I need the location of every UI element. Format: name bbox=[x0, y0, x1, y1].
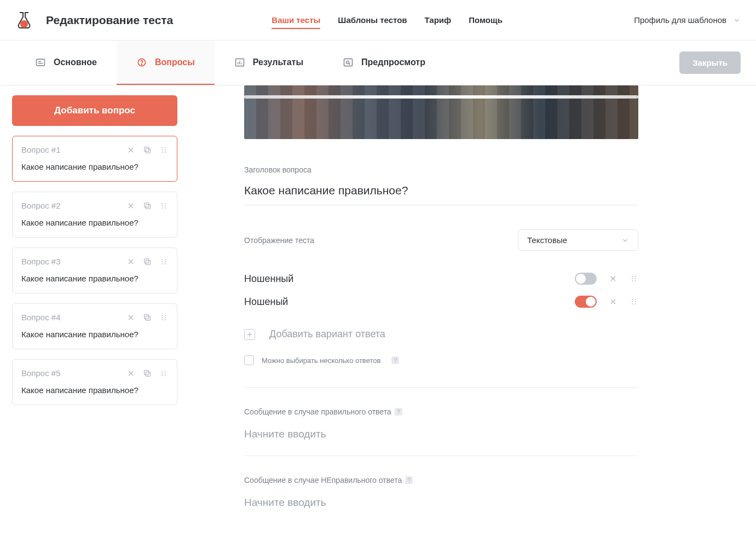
svg-rect-35 bbox=[146, 260, 150, 264]
svg-rect-55 bbox=[146, 372, 150, 376]
svg-rect-10 bbox=[344, 59, 353, 66]
svg-rect-45 bbox=[146, 316, 150, 320]
chevron-down-icon bbox=[621, 237, 629, 244]
question-text: Какое написание правильное? bbox=[21, 274, 168, 283]
svg-point-0 bbox=[20, 20, 28, 28]
svg-point-76 bbox=[635, 299, 636, 300]
drag-handle-icon[interactable] bbox=[159, 369, 168, 378]
question-text: Какое написание правильное? bbox=[21, 330, 168, 339]
svg-point-74 bbox=[632, 301, 633, 302]
svg-point-61 bbox=[165, 373, 166, 374]
close-icon[interactable] bbox=[126, 313, 135, 322]
question-card[interactable]: Вопрос #4 Какое написание правильное? bbox=[12, 303, 177, 349]
correct-toggle[interactable] bbox=[575, 273, 597, 285]
incorrect-msg-label: Сообщение в случае НЕправильного ответа bbox=[244, 476, 402, 485]
tab-preview-label: Предпросмотр bbox=[361, 57, 425, 67]
svg-point-39 bbox=[161, 263, 163, 264]
answer-text-input[interactable] bbox=[244, 273, 575, 285]
nav-test-templates[interactable]: Шаблоны тестов bbox=[338, 1, 407, 39]
question-number: Вопрос #2 bbox=[21, 201, 61, 210]
svg-point-40 bbox=[165, 259, 166, 260]
svg-point-11 bbox=[347, 61, 349, 64]
copy-icon[interactable] bbox=[143, 313, 152, 322]
question-text: Какое написание правильное? bbox=[21, 385, 168, 395]
question-text: Какое написание правильное? bbox=[21, 218, 168, 227]
close-icon[interactable] bbox=[126, 146, 135, 154]
editor-tabs: Основное Вопросы Результаты Предпросмотр… bbox=[0, 41, 756, 85]
question-card[interactable]: Вопрос #3 Какое написание правильное? bbox=[12, 247, 177, 293]
question-card[interactable]: Вопрос #2 Какое написание правильное? bbox=[12, 192, 177, 238]
svg-point-29 bbox=[161, 208, 163, 209]
answer-row bbox=[244, 267, 638, 290]
question-number: Вопрос #3 bbox=[21, 257, 61, 266]
svg-point-37 bbox=[161, 259, 163, 260]
chevron-down-icon bbox=[733, 16, 741, 24]
svg-point-66 bbox=[632, 278, 633, 279]
question-image[interactable] bbox=[244, 85, 638, 139]
drag-handle-icon[interactable] bbox=[159, 257, 168, 266]
drag-handle-icon[interactable] bbox=[630, 274, 638, 283]
svg-point-47 bbox=[161, 315, 163, 316]
help-icon[interactable]: ? bbox=[395, 408, 402, 416]
svg-point-28 bbox=[161, 205, 163, 206]
incorrect-msg-input[interactable] bbox=[244, 497, 638, 509]
svg-point-57 bbox=[161, 371, 163, 372]
topbar: Редактирование теста Ваши тесты Шаблоны … bbox=[0, 0, 756, 41]
svg-point-42 bbox=[165, 263, 166, 264]
close-icon[interactable] bbox=[126, 201, 135, 210]
svg-rect-46 bbox=[145, 314, 149, 319]
svg-rect-26 bbox=[145, 203, 149, 207]
close-icon[interactable] bbox=[126, 257, 135, 266]
tab-preview[interactable]: Предпросмотр bbox=[323, 41, 445, 85]
question-card[interactable]: Вопрос #5 Какое написание правильное? bbox=[12, 359, 177, 405]
display-select[interactable]: Текстовые bbox=[518, 229, 638, 251]
tab-questions[interactable]: Вопросы bbox=[117, 41, 215, 85]
svg-point-60 bbox=[165, 371, 166, 372]
help-icon[interactable]: ? bbox=[405, 476, 413, 484]
nav-help[interactable]: Помощь bbox=[469, 1, 503, 39]
svg-point-22 bbox=[165, 152, 166, 153]
tab-main[interactable]: Основное bbox=[15, 41, 117, 85]
multi-select-checkbox[interactable] bbox=[244, 355, 254, 365]
correct-toggle[interactable] bbox=[575, 296, 597, 308]
drag-handle-icon[interactable] bbox=[159, 201, 168, 210]
svg-point-21 bbox=[165, 149, 166, 151]
question-target-icon bbox=[136, 57, 147, 68]
svg-point-17 bbox=[161, 147, 163, 148]
close-button[interactable]: Закрыть bbox=[679, 51, 741, 74]
drag-handle-icon[interactable] bbox=[630, 297, 638, 306]
question-card[interactable]: Вопрос #1 Какое написание правильное? bbox=[12, 136, 177, 182]
svg-point-18 bbox=[161, 149, 163, 151]
help-icon[interactable]: ? bbox=[391, 356, 399, 364]
close-icon[interactable] bbox=[609, 274, 618, 283]
nav-your-tests[interactable]: Ваши тесты bbox=[272, 1, 320, 39]
svg-point-68 bbox=[635, 276, 636, 277]
copy-icon[interactable] bbox=[143, 257, 152, 266]
copy-icon[interactable] bbox=[143, 369, 152, 378]
page-title: Редактирование теста bbox=[46, 14, 173, 27]
close-icon[interactable] bbox=[126, 369, 135, 378]
svg-point-27 bbox=[161, 203, 163, 204]
svg-point-5 bbox=[141, 64, 142, 64]
answer-text-input[interactable] bbox=[244, 296, 575, 308]
correct-msg-label: Сообщение в случае правильного ответа bbox=[244, 407, 391, 416]
tab-results[interactable]: Результаты bbox=[215, 41, 323, 85]
close-icon[interactable] bbox=[609, 297, 618, 306]
title-input[interactable] bbox=[244, 174, 638, 205]
svg-point-30 bbox=[165, 203, 166, 204]
nav-tariff[interactable]: Тариф bbox=[425, 1, 452, 39]
correct-msg-input[interactable] bbox=[244, 428, 638, 440]
svg-point-31 bbox=[165, 205, 166, 206]
svg-point-19 bbox=[161, 152, 163, 153]
drag-handle-icon[interactable] bbox=[159, 313, 168, 322]
add-answer-button[interactable]: + Добавить вариант ответа bbox=[244, 329, 726, 340]
svg-rect-16 bbox=[145, 147, 149, 151]
drag-handle-icon[interactable] bbox=[159, 146, 168, 154]
display-select-value: Текстовые bbox=[527, 235, 567, 245]
svg-point-32 bbox=[165, 208, 166, 209]
copy-icon[interactable] bbox=[143, 146, 152, 154]
profile-dropdown[interactable]: Профиль для шаблонов bbox=[634, 15, 741, 25]
copy-icon[interactable] bbox=[143, 201, 152, 210]
question-text: Какое написание правильное? bbox=[21, 162, 168, 171]
add-question-button[interactable]: Добавить вопрос bbox=[12, 95, 177, 126]
